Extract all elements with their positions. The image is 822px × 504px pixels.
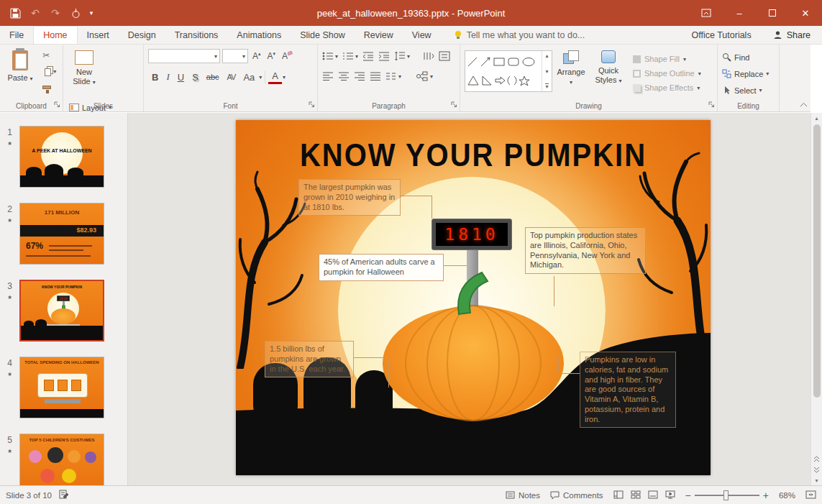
tab-animations[interactable]: Animations — [227, 26, 291, 44]
convert-to-smartart-button[interactable]: ▾ — [416, 71, 433, 81]
scroll-up-button[interactable]: ▴ — [815, 113, 818, 122]
align-left-button[interactable] — [322, 71, 334, 81]
qat-customize-button[interactable]: ▾ — [86, 4, 96, 22]
zoom-slider-thumb[interactable] — [723, 490, 729, 500]
slide-thumbnail-5[interactable]: 5 ★ TOP 5 CHILDREN'S COSTUMES — [0, 434, 127, 485]
bold-button[interactable]: B — [148, 70, 162, 84]
bullets-button[interactable]: ▾ — [322, 51, 338, 61]
arrange-button[interactable]: Arrange ▾ — [552, 47, 590, 99]
shape-outline-button[interactable]: Shape Outline▾ — [633, 66, 701, 81]
slide-show-button[interactable] — [665, 490, 675, 500]
collapse-ribbon-button[interactable] — [800, 99, 808, 109]
font-name-combo[interactable]: ▾ — [148, 49, 220, 63]
numbering-button[interactable]: ▾ — [342, 51, 358, 61]
increase-indent-button[interactable] — [378, 51, 390, 61]
scale-display[interactable]: 1810 — [431, 219, 512, 250]
tell-me-box[interactable]: Tell me what you want to do... — [445, 26, 594, 44]
office-tutorials-button[interactable]: Office Tutorials — [682, 30, 762, 40]
font-color-button[interactable]: A — [268, 70, 282, 84]
clipboard-dialog-launcher[interactable] — [54, 100, 60, 110]
scroll-down-button[interactable]: ▾ — [815, 477, 818, 484]
new-slide-button[interactable]: New Slide ▾ — [68, 47, 101, 99]
justify-button[interactable] — [370, 71, 381, 81]
align-center-button[interactable] — [338, 71, 350, 81]
tab-slide-show[interactable]: Slide Show — [291, 26, 355, 44]
replace-button[interactable]: Replace▾ — [722, 65, 776, 82]
slide-thumbnail-4[interactable]: 4 ★ TOTAL SPENDING ON HALLOWEEN — [0, 357, 127, 418]
callout-largest-pumpkin[interactable]: The largest pumpkin was grown in 2010 we… — [298, 179, 401, 216]
callout-production-states[interactable]: Top pumpkin production states are Illino… — [525, 227, 646, 274]
increase-font-size-button[interactable]: A▴ — [250, 51, 263, 61]
zoom-slider[interactable] — [695, 495, 759, 496]
redo-button[interactable]: ↷ — [46, 4, 65, 22]
cut-button[interactable]: ✂ — [41, 47, 58, 63]
font-dialog-launcher[interactable] — [309, 100, 315, 110]
columns-button[interactable]: ▾ — [385, 71, 401, 81]
clear-formatting-button[interactable]: A — [280, 51, 295, 61]
tab-review[interactable]: Review — [355, 26, 403, 44]
copy-button[interactable]: ▾ — [41, 63, 58, 79]
zoom-percentage-button[interactable]: 68% — [779, 491, 795, 500]
slide-sorter-view-button[interactable] — [631, 490, 641, 500]
line-spacing-button[interactable]: ▾ — [394, 51, 410, 61]
underline-button[interactable]: U — [174, 70, 188, 84]
maximize-button[interactable] — [756, 0, 789, 26]
shapes-more-button[interactable]: ▾ — [545, 83, 548, 90]
shapes-scroll-up-button[interactable]: ▴ — [545, 52, 548, 59]
strikethrough-button[interactable]: abc — [203, 71, 223, 83]
normal-view-button[interactable] — [613, 490, 624, 500]
shapes-scroll-down-button[interactable]: ▾ — [545, 68, 548, 75]
italic-button[interactable]: I — [163, 70, 173, 84]
paste-button[interactable]: Paste ▾ — [4, 47, 36, 99]
format-painter-button[interactable] — [41, 79, 58, 95]
notes-button[interactable]: Notes — [506, 491, 540, 500]
ribbon-display-options-button[interactable] — [690, 0, 723, 26]
tab-insert[interactable]: Insert — [78, 26, 119, 44]
minimize-button[interactable]: – — [723, 0, 756, 26]
undo-button[interactable]: ↶ — [26, 4, 45, 22]
zoom-in-button[interactable]: + — [763, 490, 769, 501]
next-slide-button[interactable] — [813, 467, 820, 475]
align-right-button[interactable] — [354, 71, 365, 81]
callout-nutrition[interactable]: Pumpkins are low in calories, fat and so… — [580, 352, 676, 428]
decrease-font-size-button[interactable]: A▾ — [265, 51, 278, 61]
shape-fill-button[interactable]: Shape Fill▾ — [633, 52, 701, 66]
callout-carve-pumpkin[interactable]: 45% of American adults carve a pumpkin f… — [319, 254, 444, 281]
slide-thumbnail-1[interactable]: 1 ★ A PEEK AT HALLOWEEN — [0, 126, 127, 188]
font-size-combo[interactable]: ▾ — [222, 49, 248, 63]
close-button[interactable]: ✕ — [789, 0, 822, 26]
previous-slide-button[interactable] — [813, 456, 820, 464]
fit-slide-to-window-button[interactable] — [805, 490, 816, 500]
comments-button[interactable]: Comments — [550, 491, 603, 500]
paragraph-dialog-launcher[interactable] — [451, 100, 457, 110]
tab-design[interactable]: Design — [119, 26, 165, 44]
find-button[interactable]: Find — [722, 49, 776, 65]
share-button[interactable]: Share — [762, 30, 822, 40]
tab-transitions[interactable]: Transitions — [165, 26, 228, 44]
slide-title[interactable]: KNOW YOUR PUMPKIN — [236, 137, 711, 173]
zoom-out-button[interactable]: − — [685, 490, 691, 501]
shape-gallery[interactable]: ▴ ▾ ▾ — [465, 50, 552, 92]
text-shadow-button[interactable]: S — [188, 70, 202, 84]
tab-file[interactable]: File — [0, 26, 33, 44]
save-button[interactable] — [6, 4, 24, 22]
proofing-status-icon[interactable] — [59, 490, 69, 500]
slide-thumbnail-2[interactable]: 2 ★ 171 MILLION $82.93 67% — [0, 203, 127, 265]
scrollbar-thumb[interactable] — [813, 124, 821, 398]
callout-billion-lbs[interactable]: 1.5 billion lbs of pumpkins are grown in… — [265, 341, 354, 377]
select-button[interactable]: Select▾ — [722, 82, 776, 98]
pumpkin-graphic[interactable] — [383, 306, 564, 420]
shape-effects-button[interactable]: Shape Effects▾ — [633, 81, 701, 95]
slide-canvas[interactable]: KNOW YOUR PUMPKIN 1810 — [236, 120, 711, 475]
character-spacing-button[interactable]: AV — [224, 71, 239, 83]
decrease-indent-button[interactable] — [362, 51, 374, 61]
touch-mouse-mode-button[interactable] — [66, 4, 85, 22]
quick-styles-button[interactable]: Quick Styles ▾ — [590, 47, 627, 99]
reading-view-button[interactable] — [648, 490, 658, 500]
tab-view[interactable]: View — [403, 26, 441, 44]
text-direction-button[interactable] — [423, 51, 434, 61]
change-case-button[interactable]: Aa — [239, 70, 258, 84]
slide-thumbnail-3[interactable]: 3 ★ KNOW YOUR PUMPKIN 1810 — [0, 280, 127, 342]
align-text-button[interactable] — [439, 51, 450, 61]
drawing-dialog-launcher[interactable] — [708, 100, 715, 110]
